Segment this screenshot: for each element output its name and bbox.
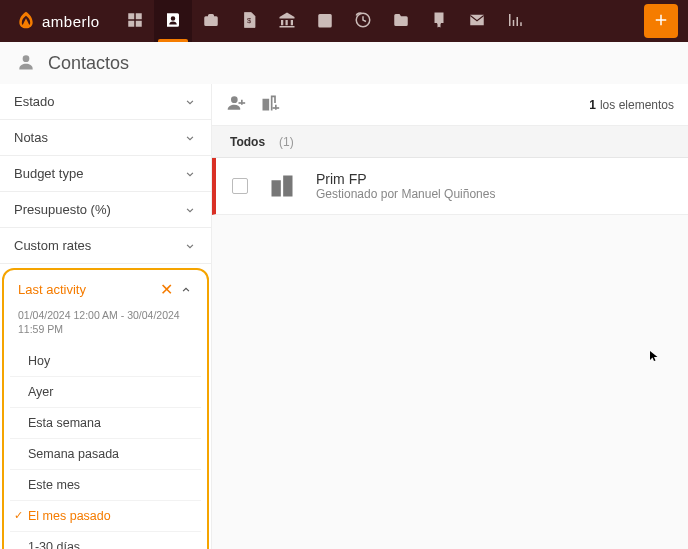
app-bar: amberlo xyxy=(0,0,688,42)
person-icon xyxy=(16,52,36,75)
folder-icon xyxy=(392,11,410,32)
company-icon xyxy=(264,168,300,204)
result-counter: 1los elementos xyxy=(589,98,674,112)
nav-time[interactable] xyxy=(344,0,382,42)
bank-icon xyxy=(278,11,296,32)
page-header: Contactos xyxy=(0,42,688,84)
nav-contacts[interactable] xyxy=(154,0,192,42)
filter-label: Presupuesto (%) xyxy=(14,202,111,217)
brand-name: amberlo xyxy=(42,13,100,30)
nav-billing[interactable] xyxy=(230,0,268,42)
filter-estado: Estado xyxy=(0,84,211,120)
filter-label: Budget type xyxy=(14,166,83,181)
tab-all[interactable]: Todos xyxy=(230,135,265,149)
new-button[interactable] xyxy=(644,4,678,38)
filter-label: Estado xyxy=(14,94,54,109)
nav-matters[interactable] xyxy=(192,0,230,42)
filter-last-activity: Last activity ✕ 01/04/2024 12:00 AM - 30… xyxy=(2,268,209,549)
contact-icon xyxy=(164,11,182,32)
brand[interactable]: amberlo xyxy=(16,10,100,33)
filter-custom-rates: Custom rates xyxy=(0,228,211,264)
contact-row[interactable]: Prim FP Gestionado por Manuel Quiñones xyxy=(212,158,688,215)
certificate-icon xyxy=(430,11,448,32)
mouse-cursor-icon xyxy=(648,347,660,365)
filter-range-text: 01/04/2024 12:00 AM - 30/04/2024 11:59 P… xyxy=(4,309,207,342)
filter-options: Hoy Ayer Esta semana Semana pasada Este … xyxy=(4,342,207,549)
plus-icon xyxy=(652,11,670,32)
filter-label: Last activity xyxy=(18,282,86,297)
filter-notas: Notas xyxy=(0,120,211,156)
chart-icon xyxy=(506,11,524,32)
contact-meta: Gestionado por Manuel Quiñones xyxy=(316,187,495,201)
calendar-icon xyxy=(316,11,334,32)
nav-dashboard[interactable] xyxy=(116,0,154,42)
option-este-mes[interactable]: Este mes xyxy=(10,470,201,501)
filter-sidebar: Estado Notas Budget type Presupuesto (%)… xyxy=(0,84,212,549)
dashboard-icon xyxy=(126,11,144,32)
invoice-icon xyxy=(240,11,258,32)
content-toolbar: 1los elementos xyxy=(212,84,688,126)
tab-all-count: (1) xyxy=(279,135,294,149)
brand-logo-icon xyxy=(16,10,36,33)
option-ayer[interactable]: Ayer xyxy=(10,377,201,408)
nav-certs[interactable] xyxy=(420,0,458,42)
option-semana-pasada[interactable]: Semana pasada xyxy=(10,439,201,470)
contact-name: Prim FP xyxy=(316,171,495,187)
mail-icon xyxy=(468,11,486,32)
filter-presupuesto: Presupuesto (%) xyxy=(0,192,211,228)
chevron-up-icon xyxy=(179,283,193,297)
main-content: 1los elementos Todos (1) Prim FP Gestion… xyxy=(212,84,688,549)
add-company-button[interactable] xyxy=(260,93,280,116)
chevron-down-icon xyxy=(183,239,197,253)
add-person-button[interactable] xyxy=(226,93,246,116)
list-tabs: Todos (1) xyxy=(212,126,688,158)
filter-budget-type: Budget type xyxy=(0,156,211,192)
chevron-down-icon xyxy=(183,95,197,109)
option-esta-semana[interactable]: Esta semana xyxy=(10,408,201,439)
chevron-down-icon xyxy=(183,167,197,181)
option-mes-pasado[interactable]: El mes pasado xyxy=(10,501,201,532)
chevron-down-icon xyxy=(183,203,197,217)
page-title: Contactos xyxy=(48,53,129,74)
nav-calendar[interactable] xyxy=(306,0,344,42)
history-icon xyxy=(354,11,372,32)
option-1-30-dias[interactable]: 1-30 días xyxy=(10,532,201,549)
nav-reports[interactable] xyxy=(496,0,534,42)
nav-documents[interactable] xyxy=(382,0,420,42)
nav-trust[interactable] xyxy=(268,0,306,42)
briefcase-icon xyxy=(202,11,220,32)
option-hoy[interactable]: Hoy xyxy=(10,346,201,377)
clear-filter-button[interactable]: ✕ xyxy=(160,280,173,299)
nav-mail[interactable] xyxy=(458,0,496,42)
filter-label: Notas xyxy=(14,130,48,145)
chevron-down-icon xyxy=(183,131,197,145)
filter-label: Custom rates xyxy=(14,238,91,253)
row-checkbox[interactable] xyxy=(232,178,248,194)
